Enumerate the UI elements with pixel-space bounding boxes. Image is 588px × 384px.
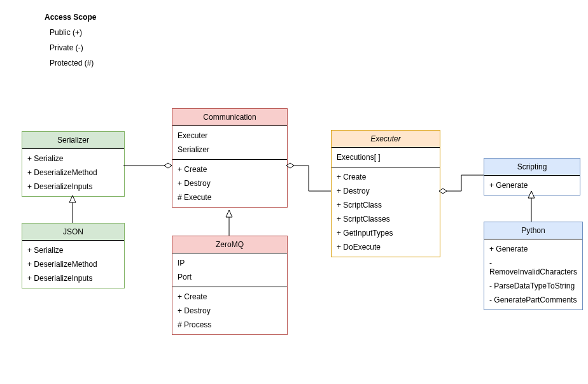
class-scripting: Scripting + Generate [484,158,580,196]
class-method: # Process [172,318,287,332]
class-method: + DoExecute [332,240,440,254]
class-attr: IP [172,256,287,270]
class-method: + GetInputTypes [332,226,440,240]
class-attr: Serializer [172,143,287,157]
class-method: # Execute [172,190,287,204]
class-method: + Destroy [332,184,440,198]
class-title: Serializer [22,132,124,149]
class-title: Communication [172,109,287,126]
class-method: + DeserializeMethod [22,166,124,180]
class-serializer: Serializer + Serialize + DeserializeMeth… [22,131,125,197]
legend-item: Protected (#) [50,59,96,68]
class-method: + DeserializeMethod [22,257,124,271]
class-method: + Destroy [172,304,287,318]
class-method: + ScriptClasses [332,212,440,226]
class-method: + Serialize [22,152,124,166]
class-json: JSON + Serialize + DeserializeMethod + D… [22,223,125,288]
class-executer: Executer Executions[ ] + Create + Destro… [331,130,440,257]
class-title: Python [484,222,582,239]
legend-access-scope: Access Scope Public (+) Private (-) Prot… [45,13,96,74]
class-method: + Create [172,162,287,176]
class-method: - RemoveInvalidCharacters [484,256,582,279]
class-title: Scripting [484,159,580,176]
class-attr: Executions[ ] [332,150,440,164]
class-method: - GeneratePartComments [484,293,582,307]
class-attr: Port [172,270,287,284]
class-attr: Executer [172,129,287,143]
class-title: Executer [332,131,440,148]
class-method: + Generate [484,242,582,256]
class-method: + Create [172,290,287,304]
legend-item: Private (-) [50,43,96,52]
class-method: + Create [332,170,440,184]
class-method: - ParseDataTypeToString [484,279,582,293]
class-zeromq: ZeroMQ IP Port + Create + Destroy # Proc… [172,236,288,335]
legend-item: Public (+) [50,28,96,37]
class-title: ZeroMQ [172,236,287,253]
class-communication: Communication Executer Serializer + Crea… [172,108,288,208]
class-python: Python + Generate - RemoveInvalidCharact… [484,222,583,310]
class-method: + DeserializeInputs [22,180,124,194]
class-method: + Destroy [172,176,287,190]
class-title: JSON [22,224,124,241]
class-method: + Generate [484,178,580,192]
class-method: + DeserializeInputs [22,271,124,285]
legend-title: Access Scope [45,13,96,22]
class-method: + Serialize [22,243,124,257]
class-method: + ScriptClass [332,198,440,212]
